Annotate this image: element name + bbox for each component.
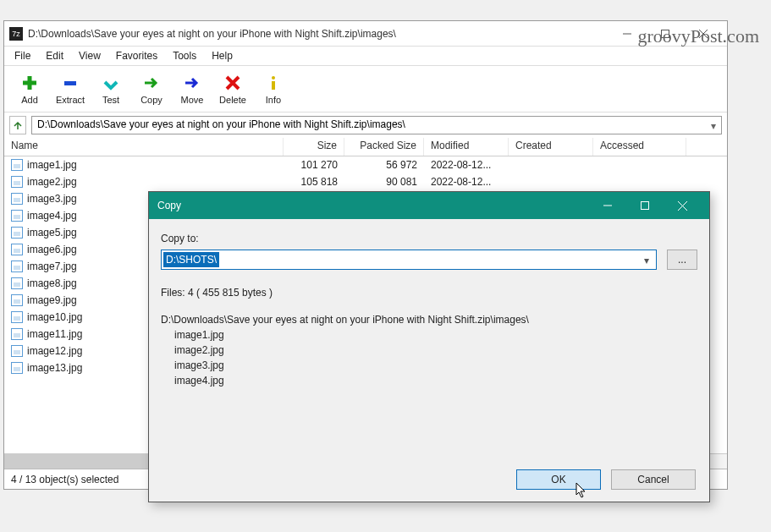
dialog-minimize-button[interactable] [589,192,626,219]
file-modified: 2022-08-12... [424,176,509,188]
file-name: image4.jpg [27,210,77,222]
file-name: image11.jpg [27,328,82,340]
col-size[interactable]: Size [284,138,344,156]
menu-tools[interactable]: Tools [166,48,203,63]
move-icon [182,73,202,93]
menu-file[interactable]: File [8,48,37,63]
dialog-file-list: image1.jpgimage2.jpgimage3.jpgimage4.jpg [161,327,697,388]
address-text: D:\Downloads\Save your eyes at night on … [37,118,405,130]
file-icon [11,261,23,272]
file-icon [11,311,23,323]
copy-icon [141,73,162,93]
file-name: image9.jpg [27,294,77,306]
file-packed-size: 90 081 [344,176,424,188]
delete-icon [223,73,243,93]
chevron-down-icon[interactable]: ▾ [711,120,716,132]
test-button[interactable]: Test [91,70,131,107]
up-button[interactable] [9,116,26,134]
file-name: image8.jpg [27,277,77,289]
file-icon [11,277,23,289]
dialog-file-item: image1.jpg [174,327,697,343]
file-name: image2.jpg [27,176,77,188]
col-packed-size[interactable]: Packed Size [344,138,424,156]
dialog-file-item: image3.jpg [174,358,697,373]
copy-to-input[interactable]: D:\SHOTS\ ▾ [161,250,657,270]
copy-to-label: Copy to: [161,233,697,244]
tool-label: Extract [56,95,85,105]
close-button[interactable] [684,21,722,46]
file-size: 105 818 [284,176,344,188]
toolbar: AddExtractTestCopyMoveDeleteInfo [4,65,727,112]
cancel-button[interactable]: Cancel [611,469,696,490]
copy-to-path: D:\SHOTS\ [163,252,219,267]
dialog-titlebar[interactable]: Copy [149,192,709,219]
chevron-down-icon[interactable]: ▾ [644,255,649,266]
list-header[interactable]: Name Size Packed Size Modified Created A… [4,138,727,156]
dialog-close-button[interactable] [664,192,701,219]
file-icon [11,193,23,205]
info-icon [263,73,284,93]
browse-button[interactable]: ... [667,250,697,270]
menu-favorites[interactable]: Favorites [109,48,164,63]
maximize-button[interactable] [646,21,684,46]
delete-button[interactable]: Delete [212,70,253,107]
col-name[interactable]: Name [4,138,284,156]
svg-rect-4 [64,81,76,85]
file-name: image12.jpg [27,345,82,357]
window-title: D:\Downloads\Save your eyes at night on … [28,28,608,40]
app-icon: 7z [9,27,23,41]
dialog-summary: Files: 4 ( 455 815 bytes ) [161,285,697,300]
file-packed-size: 56 972 [344,159,424,171]
file-icon [11,345,23,357]
file-name: image6.jpg [27,244,77,255]
tool-label: Info [266,95,281,105]
col-accessed[interactable]: Accessed [593,138,686,156]
tool-label: Move [181,95,204,105]
address-input[interactable]: D:\Downloads\Save your eyes at night on … [31,116,722,134]
extract-button[interactable]: Extract [50,70,91,107]
add-icon [19,73,40,93]
dialog-title: Copy [157,200,589,211]
status-text: 4 / 13 object(s) selected [11,474,118,485]
tool-label: Add [21,95,38,105]
col-modified[interactable]: Modified [424,138,509,156]
menu-help[interactable]: Help [205,48,240,63]
dialog-source-path: D:\Downloads\Save your eyes at night on … [161,312,697,327]
file-icon [11,328,23,340]
file-name: image13.jpg [27,362,82,374]
svg-rect-8 [642,202,649,210]
menu-edit[interactable]: Edit [39,48,70,63]
tool-label: Delete [219,95,246,105]
file-name: image7.jpg [27,261,77,272]
menu-view[interactable]: View [72,48,107,63]
file-icon [11,294,23,306]
file-icon [11,176,23,188]
copy-button[interactable]: Copy [131,70,172,107]
file-name: image5.jpg [27,227,77,239]
dialog-file-item: image2.jpg [174,343,697,358]
col-created[interactable]: Created [509,138,593,156]
file-name: image1.jpg [27,159,77,171]
tool-label: Test [102,95,119,105]
add-button[interactable]: Add [9,70,50,107]
file-row[interactable]: image2.jpg105 81890 0812022-08-12... [4,173,727,190]
svg-point-5 [272,76,275,80]
address-bar: D:\Downloads\Save your eyes at night on … [4,112,727,138]
file-row[interactable]: image1.jpg101 27056 9722022-08-12... [4,156,727,173]
file-icon [11,210,23,222]
file-name: image3.jpg [27,193,77,205]
move-button[interactable]: Move [172,70,212,107]
svg-rect-6 [272,81,275,90]
dialog-maximize-button[interactable] [626,192,664,219]
file-modified: 2022-08-12... [424,159,509,171]
menubar: FileEditViewFavoritesToolsHelp [4,47,727,65]
file-icon [11,362,23,374]
file-name: image10.jpg [27,311,82,323]
file-icon [11,227,23,239]
minimize-button[interactable] [608,21,646,46]
titlebar[interactable]: 7z D:\Downloads\Save your eyes at night … [4,21,727,47]
info-button[interactable]: Info [253,70,294,107]
ok-button[interactable]: OK [516,469,601,490]
copy-dialog: Copy Copy to: D:\SHOTS\ ▾ ... Files: 4 (… [148,191,710,502]
dialog-file-item: image4.jpg [174,373,697,388]
